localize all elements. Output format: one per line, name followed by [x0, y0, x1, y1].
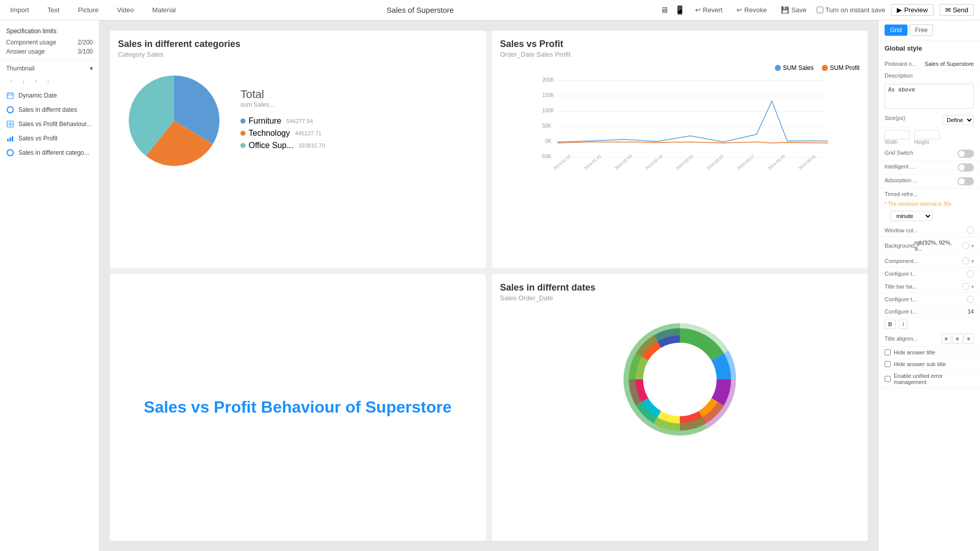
nav-next[interactable]: ↓ [43, 76, 53, 86]
title-bar-chevron[interactable]: ▾ [971, 284, 974, 290]
thumbnail-row[interactable]: Thumbnail ▾ [0, 63, 99, 74]
component-row: Component... ▾ [878, 255, 980, 268]
revert-button[interactable]: ↩ Revert [691, 4, 726, 16]
width-input[interactable] [885, 130, 910, 139]
intelligent-row: Intelligent ... [878, 161, 980, 175]
pie-container: Total sum Sales... Furniture 546277.54 [118, 64, 478, 177]
title-bar-label: Title bar ba... [885, 283, 917, 290]
line-chart-card[interactable]: Sales vs Profit Order_Date Sales Profit … [492, 31, 868, 268]
dot-circle-icon [6, 149, 14, 157]
toolbar-import[interactable]: Import [6, 4, 33, 16]
grid-free-buttons: Grid Free [885, 25, 933, 36]
hide-answer-subtitle-checkbox[interactable] [885, 361, 891, 367]
pinboard-label: Pinboard n... [885, 61, 916, 67]
intelligent-toggle[interactable] [958, 163, 974, 172]
panel-header: Grid Free [878, 20, 980, 40]
pie-total-label: Total [240, 88, 325, 101]
size-select[interactable]: Define [942, 115, 974, 125]
grid-button[interactable]: Grid [885, 25, 908, 36]
sidebar-item-sales-profit-behaviour[interactable]: Sales vs Profit Behaviour... [0, 117, 99, 131]
nav-prev[interactable]: ↑ [31, 76, 41, 86]
toolbar-right: 🖥 📱 ↩ Revert ↩ Revoke 💾 Save Turn on ins… [660, 4, 974, 16]
pie-chart-card[interactable]: Sales in different categories Category S… [110, 31, 486, 268]
align-right-button[interactable]: ≡ [964, 333, 974, 344]
component-radio[interactable] [962, 257, 969, 265]
monitor-icon: 🖥 [660, 6, 669, 15]
svg-rect-7 [7, 139, 9, 141]
bold-button[interactable]: B [885, 320, 896, 329]
donut-chart-title: Sales in differnt dates [500, 282, 860, 293]
pie-total: Total sum Sales... [240, 88, 325, 108]
sidebar-label-sales-profit: Sales vs Profit [18, 135, 58, 142]
hide-answer-subtitle-row: Hide answer sub title [878, 358, 980, 370]
height-label: Height [914, 139, 940, 145]
configure-t3-row: Configure t... 14 [878, 306, 980, 318]
preview-button[interactable]: ▶ Preview [891, 4, 933, 16]
adsorption-toggle[interactable] [958, 177, 974, 185]
pie-chart-title: Sales in different categories [118, 39, 478, 50]
toolbar-text[interactable]: Text [43, 4, 64, 16]
timed-label: Timed refre... [885, 191, 918, 197]
sidebar-label-sales-profit-behaviour: Sales vs Profit Behaviour... [18, 121, 91, 128]
line-svg: 200K 150K 100K 50K 0K -50K [500, 76, 860, 178]
furniture-label: Furniture [249, 116, 281, 126]
svg-text:-50K: -50K [541, 154, 551, 159]
revoke-button[interactable]: ↩ Revoke [732, 4, 771, 16]
background-chevron[interactable]: ▾ [971, 243, 974, 249]
hide-answer-title-checkbox[interactable] [885, 349, 891, 355]
align-center-button[interactable]: ≡ [952, 333, 963, 344]
desc-input-row [878, 82, 980, 112]
revoke-icon: ↩ [737, 6, 742, 14]
format-buttons-row: B I [878, 318, 980, 331]
minute-select[interactable]: minute [891, 211, 933, 221]
sidebar-item-sales-dates[interactable]: Sales in differnt dates [0, 103, 99, 117]
answer-label: Answer usage [6, 48, 45, 55]
sidebar-item-dynamic-date[interactable]: Dynamic Date [0, 88, 99, 103]
sidebar-item-sales-categories[interactable]: Sales in different catego... [0, 146, 99, 160]
mobile-icon: 📱 [675, 5, 685, 15]
align-left-button[interactable]: ≡ [941, 333, 951, 344]
nav-arrows: ↑ ↓ ↑ ↓ [0, 74, 99, 88]
width-group: Width [885, 130, 910, 145]
technology-value: 445127.71 [295, 130, 322, 136]
component-chevron[interactable]: ▾ [971, 258, 974, 264]
svg-rect-0 [7, 93, 13, 99]
free-button[interactable]: Free [910, 25, 934, 36]
preview-icon: ▶ [897, 6, 902, 14]
component-value: 2/200 [78, 39, 93, 46]
technology-label: Technology [249, 129, 290, 138]
legend-technology: Technology 445127.71 [240, 129, 325, 138]
instant-save-checkbox[interactable] [817, 7, 823, 13]
hide-answer-title-row: Hide answer title [878, 347, 980, 358]
description-label: Description [885, 73, 913, 79]
save-button[interactable]: 💾 Save [777, 4, 811, 16]
nav-up[interactable]: ↑ [6, 76, 16, 86]
height-input[interactable] [914, 130, 940, 139]
instant-save-label[interactable]: Turn on instant save [817, 6, 885, 14]
send-button[interactable]: ✉ Send [940, 4, 974, 16]
configure-t1-radio[interactable] [967, 270, 974, 277]
text-card[interactable]: Sales vs Profit Behaviour of Superstore [110, 274, 486, 541]
toolbar-video[interactable]: Video [113, 4, 138, 16]
svg-text:2014-03-01: 2014-03-01 [675, 154, 694, 171]
send-icon: ✉ [945, 6, 951, 14]
timed-note: * The minimum interval is 30s [878, 200, 980, 208]
title-bar-radio[interactable] [962, 283, 969, 290]
toolbar-material[interactable]: Material [148, 4, 180, 16]
grid-switch-toggle[interactable] [958, 150, 974, 158]
italic-button[interactable]: I [899, 320, 908, 329]
toolbar-picture[interactable]: Picture [74, 4, 103, 16]
description-input[interactable] [885, 84, 974, 109]
background-radio[interactable] [962, 242, 969, 249]
window-col-radio[interactable] [967, 227, 974, 234]
configure-t2-label: Configure t... [885, 296, 917, 302]
svg-text:50K: 50K [542, 123, 551, 129]
configure-t2-radio[interactable] [967, 296, 974, 303]
nav-down[interactable]: ↓ [18, 76, 29, 86]
enable-unified-error-checkbox[interactable] [885, 376, 891, 382]
donut-chart-card[interactable]: Sales in differnt dates Sales Order_Date [492, 274, 868, 541]
sidebar-item-sales-profit[interactable]: Sales vs Profit [0, 131, 99, 146]
toolbar-left: Import Text Picture Video Material [6, 4, 180, 16]
revert-icon: ↩ [695, 6, 701, 14]
sum-sales-dot [775, 65, 781, 71]
